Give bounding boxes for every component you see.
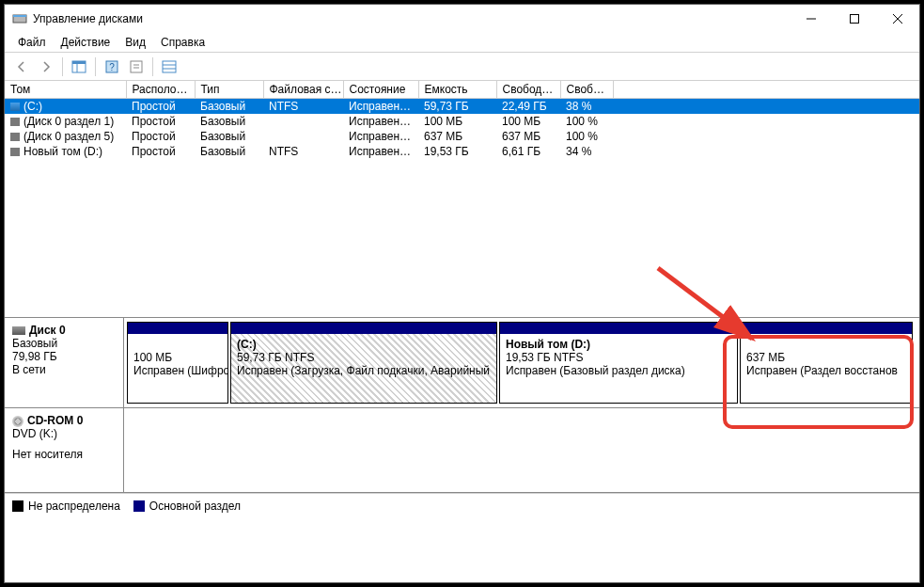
refresh-button[interactable] <box>125 56 148 78</box>
cdrom-status: Нет носителя <box>12 448 116 461</box>
volume-icon <box>10 148 20 156</box>
column-header-status[interactable]: Состояние <box>343 81 418 99</box>
svg-rect-1 <box>13 15 26 17</box>
partition-title: (C:) <box>237 338 491 351</box>
back-button[interactable] <box>10 56 33 78</box>
partition-header <box>500 323 737 334</box>
volume-row[interactable]: (Диск 0 раздел 5)ПростойБазовыйИсправен…… <box>5 129 919 144</box>
partition-body: 100 МБИсправен (Шифро <box>128 334 227 403</box>
partition-header <box>231 323 496 334</box>
partition-title: Новый том (D:) <box>506 338 731 351</box>
menu-view[interactable]: Вид <box>117 34 153 51</box>
volume-name: (Диск 0 раздел 5) <box>23 130 114 143</box>
volume-name: (C:) <box>23 100 42 113</box>
menu-help[interactable]: Справка <box>153 34 212 51</box>
panels-button[interactable] <box>68 56 90 78</box>
disk-icon <box>12 326 25 335</box>
partition-size: 19,53 ГБ NTFS <box>506 351 731 364</box>
cdrom-label: CD-ROM 0 <box>27 414 83 427</box>
legend-unallocated: Не распределена <box>12 500 120 513</box>
content-area: ТомРасполо…ТипФайловая с…СостояниеЕмкост… <box>5 81 919 582</box>
partition-body: (C:)59,73 ГБ NTFSИсправен (Загрузка, Фай… <box>231 334 496 403</box>
volume-row[interactable]: (C:)ПростойБазовыйNTFSИсправен…59,73 ГБ2… <box>5 99 919 115</box>
partition-body: Новый том (D:)19,53 ГБ NTFSИсправен (Баз… <box>500 334 737 403</box>
svg-rect-14 <box>163 61 176 72</box>
column-header-filesystem[interactable]: Файловая с… <box>263 81 343 99</box>
toolbar-separator <box>62 57 63 76</box>
toolbar: ? <box>5 53 919 81</box>
menu-file[interactable]: Файл <box>10 34 54 51</box>
cdrom-icon <box>12 416 23 427</box>
cdrom-info[interactable]: CD-ROM 0 DVD (K:) Нет носителя <box>5 408 124 492</box>
column-header-free[interactable]: Свобод… <box>496 81 560 99</box>
partition-size: 59,73 ГБ NTFS <box>237 351 491 364</box>
partition-size: 100 МБ <box>133 351 222 364</box>
volume-icon <box>10 103 20 111</box>
help-button[interactable]: ? <box>101 56 123 78</box>
disk-info-0[interactable]: Диск 0 Базовый 79,98 ГБ В сети <box>5 318 124 407</box>
partition-block[interactable]: (C:)59,73 ГБ NTFSИсправен (Загрузка, Фай… <box>230 322 497 404</box>
toolbar-separator <box>152 57 153 76</box>
partition-header <box>128 323 227 334</box>
volume-name: Новый том (D:) <box>23 145 102 158</box>
volume-row[interactable]: Новый том (D:)ПростойБазовыйNTFSИсправен… <box>5 144 919 159</box>
disk-type: Базовый <box>12 337 116 350</box>
disk-label: Диск 0 <box>29 324 66 337</box>
menubar: Файл Действие Вид Справка <box>5 33 919 53</box>
svg-rect-3 <box>851 15 859 24</box>
volume-table[interactable]: ТомРасполо…ТипФайловая с…СостояниеЕмкост… <box>5 81 919 159</box>
app-window: Управление дисками Файл Действие Вид Спр… <box>4 4 920 583</box>
list-button[interactable] <box>158 56 180 78</box>
volume-list-panel: ТомРасполо…ТипФайловая с…СостояниеЕмкост… <box>5 81 919 318</box>
partition-body: 637 МБИсправен (Раздел восстанов <box>741 334 912 403</box>
column-header-layout[interactable]: Располо… <box>126 81 195 99</box>
disk-size: 79,98 ГБ <box>12 350 116 363</box>
legend-primary: Основной раздел <box>133 500 241 513</box>
disk-status: В сети <box>12 363 116 376</box>
graphical-panel: Диск 0 Базовый 79,98 ГБ В сети 100 МБИсп… <box>5 318 919 582</box>
legend: Не распределена Основной раздел <box>5 493 919 517</box>
column-header-freepct[interactable]: Своб… <box>560 81 613 99</box>
table-header-row: ТомРасполо…ТипФайловая с…СостояниеЕмкост… <box>5 81 919 99</box>
volume-name: (Диск 0 раздел 1) <box>23 115 114 128</box>
column-header-capacity[interactable]: Емкость <box>418 81 496 99</box>
partition-status: Исправен (Раздел восстанов <box>746 364 906 377</box>
titlebar[interactable]: Управление дисками <box>5 5 919 33</box>
cdrom-partitions <box>124 408 919 492</box>
menu-action[interactable]: Действие <box>54 34 118 51</box>
svg-rect-7 <box>72 61 86 64</box>
disk-row-cdrom: CD-ROM 0 DVD (K:) Нет носителя <box>5 408 919 493</box>
window-title: Управление дисками <box>33 12 790 25</box>
partition-block[interactable]: 637 МБИсправен (Раздел восстанов <box>740 322 913 404</box>
volume-row[interactable]: (Диск 0 раздел 1)ПростойБазовыйИсправен…… <box>5 114 919 129</box>
partition-size: 637 МБ <box>746 351 906 364</box>
volume-icon <box>10 118 20 126</box>
maximize-button[interactable] <box>833 5 876 33</box>
partition-block[interactable]: 100 МБИсправен (Шифро <box>127 322 228 404</box>
column-header-type[interactable]: Тип <box>195 81 263 99</box>
app-icon <box>12 11 27 26</box>
partition-status: Исправен (Загрузка, Файл подкачки, Авари… <box>237 364 491 377</box>
partition-status: Исправен (Шифро <box>133 364 222 377</box>
disk-row-0: Диск 0 Базовый 79,98 ГБ В сети 100 МБИсп… <box>5 318 919 408</box>
volume-icon <box>10 133 20 141</box>
partition-header <box>741 323 912 334</box>
cdrom-sub: DVD (K:) <box>12 427 116 440</box>
svg-text:?: ? <box>109 62 115 72</box>
toolbar-separator <box>95 57 96 76</box>
forward-button[interactable] <box>35 56 57 78</box>
close-button[interactable] <box>876 5 919 33</box>
disk-partitions: 100 МБИсправен (Шифро(C:)59,73 ГБ NTFSИс… <box>124 318 919 407</box>
window-controls <box>790 5 919 33</box>
column-header-volume[interactable]: Том <box>5 81 126 99</box>
svg-rect-11 <box>131 61 142 72</box>
minimize-button[interactable] <box>790 5 833 33</box>
partition-block[interactable]: Новый том (D:)19,53 ГБ NTFSИсправен (Баз… <box>499 322 738 404</box>
partition-status: Исправен (Базовый раздел диска) <box>506 364 731 377</box>
